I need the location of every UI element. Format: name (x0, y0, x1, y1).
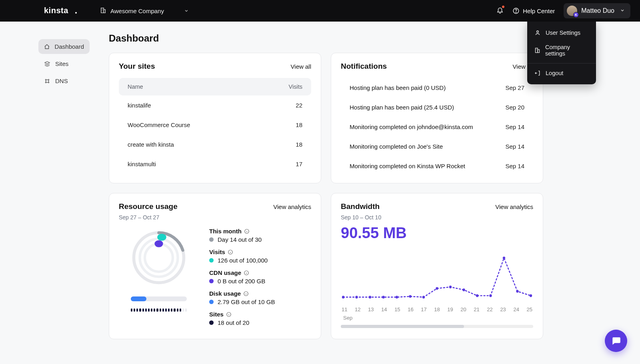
notification-date: Sep 27 (505, 84, 524, 91)
site-visits: 18 (296, 121, 302, 128)
legend-visits: Visits (209, 249, 311, 255)
notification-text: Monitoring completed on Joe's Site (350, 143, 443, 150)
chevron-down-icon (620, 7, 625, 14)
top-bar: kinsta Awesome Company Help Center K Mat… (0, 0, 640, 22)
svg-point-25 (369, 296, 371, 298)
svg-point-34 (489, 294, 492, 297)
notification-row[interactable]: Monitoring completed on Joe's SiteSep 14 (341, 137, 533, 156)
sidebar-item-label: Sites (55, 60, 68, 67)
view-analytics-link[interactable]: View analytics (495, 203, 533, 210)
svg-rect-2 (101, 8, 104, 13)
main-content: Dashboard Your sites View all Name Visit… (99, 22, 559, 339)
user-menu-trigger[interactable]: K Matteo Duo (564, 3, 630, 18)
svg-text:kinsta: kinsta (44, 6, 68, 15)
chevron-down-icon (184, 8, 189, 14)
legend-cdn: CDN usage (209, 269, 311, 276)
view-analytics-link[interactable]: View analytics (273, 203, 311, 210)
svg-point-29 (422, 296, 425, 298)
svg-point-32 (462, 288, 465, 291)
site-name: kinstalife (128, 102, 151, 109)
notification-date: Sep 14 (505, 163, 524, 169)
card-bandwidth: Bandwidth View analytics Sep 10 – Oct 10… (331, 193, 543, 339)
chat-button[interactable] (605, 330, 627, 352)
notification-text: Hosting plan has been paid (0 USD) (350, 84, 446, 91)
svg-point-11 (45, 82, 46, 83)
card-title: Resource usage (119, 202, 178, 211)
svg-point-10 (48, 79, 49, 80)
notification-dot (502, 6, 504, 8)
menu-separator (527, 63, 596, 64)
svg-point-31 (449, 286, 452, 288)
svg-rect-7 (536, 48, 538, 52)
help-center-label: Help Center (523, 8, 555, 14)
sidebar-item-label: Dashboard (55, 43, 84, 50)
svg-point-24 (355, 296, 358, 298)
svg-point-26 (382, 296, 384, 298)
site-visits: 18 (296, 141, 302, 148)
site-name: kinstamulti (128, 161, 156, 167)
notification-row[interactable]: Hosting plan has been paid (0 USD)Sep 27 (341, 78, 533, 97)
svg-rect-3 (104, 10, 105, 13)
site-name: create with kinsta (128, 141, 174, 148)
notification-date: Sep 14 (505, 123, 524, 130)
sites-usage-bar (131, 308, 187, 312)
legend-value: Day 14 out of 30 (218, 236, 262, 243)
notification-text: Monitoring completed on Kinsta WP Rocket (350, 163, 465, 169)
view-all-link[interactable]: View all (291, 63, 311, 70)
menu-item-company-settings[interactable]: Company settings (527, 40, 596, 61)
notification-date: Sep 14 (505, 143, 524, 150)
date-range: Sep 27 – Oct 27 (119, 214, 311, 221)
card-notifications: Notifications View all Hosting plan has … (331, 53, 543, 183)
svg-point-17 (154, 240, 163, 247)
notification-row[interactable]: Monitoring completed on Kinsta WP Rocket… (341, 156, 533, 176)
legend-value: 0 B out of 200 GB (218, 278, 265, 284)
notification-text: Monitoring completed on johndoe@kinsta.c… (350, 123, 473, 130)
sidebar-item-sites[interactable]: Sites (38, 56, 90, 71)
sidebar: Dashboard Sites DNS (0, 22, 99, 339)
table-row[interactable]: kinstamulti17 (119, 154, 311, 174)
date-range: Sep 10 – Oct 10 (341, 214, 533, 221)
legend-disk: Disk usage (209, 290, 311, 297)
site-visits: 22 (296, 102, 302, 109)
site-name: WooCommerce Course (128, 121, 190, 128)
legend-value: 2.79 GB out of 10 GB (218, 298, 275, 305)
company-switcher[interactable]: Awesome Company (100, 7, 189, 15)
user-dropdown: User Settings Company settings Logout (527, 22, 596, 84)
table-row[interactable]: kinstalife22 (119, 95, 311, 115)
svg-point-6 (537, 31, 539, 33)
notification-row[interactable]: Hosting plan has been paid (25.4 USD)Sep… (341, 97, 533, 117)
page-title: Dashboard (109, 33, 543, 44)
menu-item-user-settings[interactable]: User Settings (527, 26, 596, 40)
disk-usage-bar (131, 296, 187, 301)
col-visits: Visits (289, 84, 302, 90)
chart-x-labels: 111213141516171819202122232425 (341, 304, 533, 312)
sidebar-item-dashboard[interactable]: Dashboard (38, 39, 90, 54)
card-resource-usage: Resource usage View analytics Sep 27 – O… (109, 193, 321, 339)
legend-value: 18 out of 20 (218, 319, 249, 326)
chart-scrollbar[interactable] (341, 325, 533, 328)
svg-point-12 (48, 82, 49, 83)
legend-value: 126 out of 100,000 (218, 257, 268, 264)
svg-point-9 (45, 79, 46, 80)
svg-point-16 (157, 234, 166, 241)
svg-point-27 (396, 296, 398, 298)
notification-date: Sep 20 (505, 104, 524, 111)
avatar: K (567, 6, 577, 16)
help-center-link[interactable]: Help Center (512, 7, 555, 14)
table-header: Name Visits (119, 78, 311, 95)
notification-row[interactable]: Monitoring completed on johndoe@kinsta.c… (341, 117, 533, 137)
chart-month-label: Sep (341, 315, 533, 321)
sidebar-item-dns[interactable]: DNS (38, 74, 90, 88)
card-title: Bandwidth (341, 202, 380, 211)
col-name: Name (128, 84, 143, 90)
site-visits: 17 (296, 161, 302, 167)
svg-point-36 (516, 290, 518, 293)
menu-label: Logout (546, 70, 563, 76)
card-title: Notifications (341, 62, 387, 71)
notifications-bell[interactable] (496, 6, 504, 15)
menu-item-logout[interactable]: Logout (527, 66, 596, 80)
brand-logo: kinsta (44, 6, 78, 17)
table-row[interactable]: create with kinsta18 (119, 135, 311, 154)
notification-text: Hosting plan has been paid (25.4 USD) (350, 104, 454, 111)
table-row[interactable]: WooCommerce Course18 (119, 115, 311, 135)
